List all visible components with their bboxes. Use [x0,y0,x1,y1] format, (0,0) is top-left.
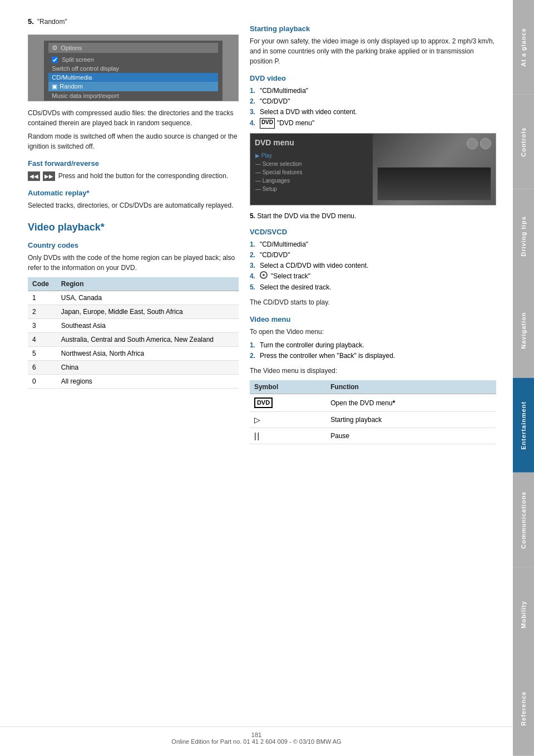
options-screenshot: ⚙ Options Split screen Switch off contro… [28,35,239,101]
auto-replay-text: Selected tracks, directories, or CDs/DVD… [28,200,239,210]
table-cell-region: Northwest Asia, North Africa [57,347,239,361]
table-cell-region: Southeast Asia [57,319,239,333]
sidebar-item-at-glance[interactable]: At a glance [513,0,534,95]
table-cell-region: Australia, Central and South America, Ne… [57,333,239,347]
dvd-video-heading: DVD video [250,74,496,82]
function-cell: Open the DVD menu* [326,394,496,412]
list-item: 4."Select track" [250,271,496,282]
fast-forward-text: ◀◀ ▶▶ Press and hold the button for the … [28,171,239,181]
function-cell: Starting playback [326,412,496,428]
table-row: 0All regions [28,375,239,389]
table-cell-code: 1 [28,291,57,305]
list-item: 2.Press the controller when "Back" is di… [250,351,496,361]
symbol-table: Symbol Function DVDOpen the DVD menu*▷St… [250,380,496,444]
random-mode-text: Random mode is switched off when the aud… [28,131,239,151]
list-item: 3.Select a CD/DVD with video content. [250,261,496,271]
table-cell-region: Japan, Europe, Middle East, South Africa [57,305,239,319]
country-codes-heading: Country codes [28,241,239,249]
symbol-col-function: Function [326,380,496,394]
sidebar-item-navigation[interactable]: Navigation [513,283,534,378]
table-col-region: Region [57,277,239,291]
options-item-split-screen: Split screen [48,55,217,64]
table-cell-region: China [57,361,239,375]
video-menu-intro: To open the Video menu: [250,327,496,337]
dvd-menu-item: ▶ Play [253,151,370,160]
dvd-menu-title-text: DVD menu [253,136,370,149]
dvd-video-list: 1."CD/Multimedia"2."CD/DVD"3.Select a DV… [250,86,496,129]
main-content: 5. "Random" ⚙ Options Split screen Switc… [0,0,513,478]
options-item-cd-multimedia: CD/Multimedia [48,73,217,82]
symbol-cell: DVD [250,394,326,412]
video-menu-heading: Video menu [250,315,496,323]
footer: 181 Online Edition for Part no. 01 41 2 … [0,726,513,745]
options-item-random: ▣Random [48,82,217,91]
table-cell-code: 4 [28,333,57,347]
sidebar-item-driving-tips[interactable]: Driving tips [513,189,534,284]
table-cell-code: 2 [28,305,57,319]
sidebar-item-mobility[interactable]: Mobility [513,567,534,662]
step5-dvd-text: 5. Start the DVD via the DVD menu. [250,212,496,220]
table-row: 5Northwest Asia, North Africa [28,347,239,361]
table-col-code: Code [28,277,57,291]
step5-text: "Random" [37,17,67,27]
table-cell-code: 6 [28,361,57,375]
sidebar-item-entertainment[interactable]: Entertainment [513,378,534,473]
table-row: 2Japan, Europe, Middle East, South Afric… [28,305,239,319]
table-cell-code: 3 [28,319,57,333]
right-column: Starting playback For your own safety, t… [250,17,496,444]
country-codes-table: Code Region 1USA, Canada2Japan, Europe, … [28,277,239,389]
sidebar-item-reference[interactable]: Reference [513,661,534,756]
dvd-menu-item: — Setup [253,185,370,193]
page-number: 181 [251,732,261,738]
table-row: 4Australia, Central and South America, N… [28,333,239,347]
list-item: 1."CD/Multimedia" [250,239,496,250]
symbol-cell: | | [250,428,326,444]
left-column: 5. "Random" ⚙ Options Split screen Switc… [28,17,239,444]
video-playback-heading: Video playback* [28,222,239,233]
symbol-col-symbol: Symbol [250,380,326,394]
table-row: 3Southeast Asia [28,319,239,333]
table-row: DVDOpen the DVD menu* [250,394,496,412]
options-item-music-data: Music data import/export [48,91,217,100]
vcd-cd-starts-text: The CD/DVD starts to play. [250,297,496,307]
table-row: 6China [28,361,239,375]
list-item: 4.DVD "DVD menu" [250,118,496,129]
dvd-menu-item: — Languages [253,176,370,185]
options-title: ⚙ Options [48,43,217,53]
forward-icon: ▶▶ [43,171,55,181]
options-item-switch-off: Switch off control display [48,64,217,73]
auto-replay-heading: Automatic replay* [28,189,239,197]
dvd-menu-item: — Special features [253,168,370,176]
list-item: 1.Turn the controller during playback. [250,340,496,351]
symbol-cell: ▷ [250,412,326,428]
table-cell-region: All regions [57,375,239,389]
sidebar-item-controls[interactable]: Controls [513,95,534,189]
list-item: 1."CD/Multimedia" [250,86,496,96]
table-cell-region: USA, Canada [57,291,239,305]
country-codes-intro: Only DVDs with the code of the home regi… [28,253,239,273]
table-row: | |Pause [250,428,496,444]
function-cell: Pause [326,428,496,444]
rewind-icon: ◀◀ [28,171,40,181]
dvd-menu-item: — Scene selection [253,160,370,168]
vcd-svcd-heading: VCD/SVCD [250,228,496,236]
list-item: 2."CD/DVD" [250,96,496,107]
starting-playback-text: For your own safety, the video image is … [250,36,496,66]
table-cell-code: 0 [28,375,57,389]
video-menu-list: 1.Turn the controller during playback.2.… [250,340,496,361]
video-menu-displayed: The Video menu is displayed: [250,366,496,376]
list-item: 3.Select a DVD with video content. [250,107,496,117]
cds-dvds-text: CDs/DVDs with compressed audio files: th… [28,108,239,128]
list-item: 2."CD/DVD" [250,250,496,261]
table-row: ▷Starting playback [250,412,496,428]
list-item: 5.Select the desired track. [250,282,496,293]
sidebar-item-communications[interactable]: Communications [513,473,534,567]
step5-number: 5. [28,17,34,26]
side-tabs: At a glance Controls Driving tips Naviga… [513,0,534,756]
dvd-menu-screenshot: DVD menu ▶ Play — Scene selection — Spec… [250,133,496,205]
fast-forward-heading: Fast forward/reverse [28,159,239,168]
footer-text: Online Edition for Part no. 01 41 2 604 … [171,738,341,745]
vcd-svcd-list: 1."CD/Multimedia"2."CD/DVD"3.Select a CD… [250,239,496,293]
table-cell-code: 5 [28,347,57,361]
starting-playback-heading: Starting playback [250,24,496,33]
